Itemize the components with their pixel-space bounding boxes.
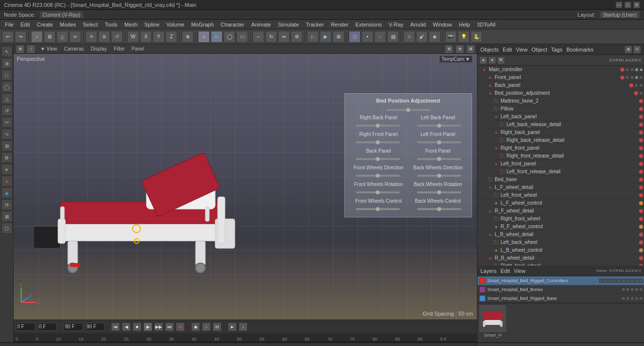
vp-icon2[interactable]: ↕ — [27, 45, 35, 53]
material-button[interactable]: ◈ — [429, 31, 441, 43]
vp-btn2[interactable]: ⊕ — [455, 45, 464, 53]
vp-panel[interactable]: Panel — [130, 46, 146, 52]
left-tool-10[interactable]: ⚙ — [1, 152, 12, 163]
move-button[interactable]: ✛ — [85, 31, 97, 43]
obj-lb-wheel-detail[interactable]: ▲ L_B_wheel_detail — [477, 231, 644, 239]
paint-button[interactable]: 🖌 — [416, 31, 428, 43]
start-frame-input[interactable] — [16, 323, 35, 331]
render-preview[interactable]: ▷ — [307, 31, 319, 43]
obj-render-main-controller[interactable] — [630, 68, 634, 72]
next-frame-button[interactable]: ▶▶ — [154, 322, 163, 331]
axis-button[interactable]: X — [140, 31, 152, 43]
rect-select-button[interactable]: ⊞ — [44, 31, 56, 43]
left-tool-5[interactable]: △ — [1, 93, 12, 104]
obj-right-back-panel[interactable]: ▲ Right_back_panel — [477, 129, 644, 136]
menu-arnold[interactable]: Arnold — [407, 21, 429, 28]
motion-button[interactable]: M — [213, 322, 222, 331]
obj-left-back-wheel[interactable]: ⬛ Left_back_wheel — [477, 239, 644, 246]
front-panel-slider[interactable] — [417, 158, 461, 160]
left-tool-14[interactable]: ⟳ — [1, 199, 12, 210]
layer-controllers[interactable]: Smart_Hospital_Bed_Rigged_Controllers — [477, 276, 644, 285]
vp-cameras[interactable]: Cameras — [62, 46, 86, 52]
menu-extensions[interactable]: Extensions — [352, 21, 385, 28]
menu-edit[interactable]: Edit — [18, 21, 33, 28]
back-wheels-dir-slider[interactable] — [417, 175, 461, 177]
key-button[interactable]: ◆ — [191, 322, 200, 331]
stop-button[interactable]: ■ — [133, 322, 141, 331]
add-object-button[interactable]: ⊕ — [182, 31, 194, 43]
obj-pillow[interactable]: ⬛ Pillow — [477, 105, 644, 113]
obj-lb-wheel-ctrl[interactable]: ▲ L_B_wheel_control — [477, 246, 644, 254]
right-front-panel-slider[interactable] — [356, 141, 400, 143]
menu-simulate[interactable]: Simulate — [275, 21, 302, 28]
om-tool2[interactable]: ▼ — [488, 56, 496, 64]
left-tool-16[interactable]: ⬡ — [1, 223, 12, 234]
menu-render[interactable]: Render — [328, 21, 351, 28]
play-button[interactable]: ▶ — [143, 322, 152, 331]
right-back-panel-slider[interactable] — [356, 125, 400, 127]
menu-volume[interactable]: Volume — [164, 21, 188, 28]
viewport-3d[interactable]: Perspective TempCam:▼ — [14, 54, 477, 319]
nodespace-value[interactable]: Current (V-Ray) — [39, 11, 84, 19]
scale-tool2[interactable]: ⇔ — [278, 31, 290, 43]
layers-view-tab[interactable]: View — [514, 268, 526, 274]
menu-help[interactable]: Help — [456, 21, 473, 28]
z-axis-button[interactable]: Z — [166, 31, 177, 43]
layout-value[interactable]: Startup (User) — [599, 11, 640, 19]
poly-select-button[interactable]: △ — [56, 31, 68, 43]
obj-left-front-wheel[interactable]: ⬛ Left_front_wheel — [477, 191, 644, 199]
scale-button[interactable]: ⊕ — [98, 31, 110, 43]
menu-modes[interactable]: Modes — [57, 21, 79, 28]
obj-lf-wheel-ctrl[interactable]: ▲ L_F_wheel_control — [477, 199, 644, 207]
obj-right-back-wheel[interactable]: ⬛ Right_back_wheel — [477, 262, 644, 266]
obj-main-controller[interactable]: ▲ Main_controller ◈ — [477, 66, 644, 74]
om-edit-tab[interactable]: Edit — [503, 47, 512, 53]
obj-lfr-detail[interactable]: ⬛ Left_front_release_detail — [477, 168, 644, 176]
layers-edit-tab[interactable]: Edit — [501, 268, 510, 274]
undo-button[interactable]: ↩ — [2, 31, 14, 43]
obj-right-front-wheel[interactable]: ⬛ Right_front_wheel — [477, 215, 644, 223]
menu-window[interactable]: Window — [430, 21, 455, 28]
y-axis-button[interactable]: Y — [153, 31, 165, 43]
menu-tools[interactable]: Tools — [102, 21, 120, 28]
skip-end-button[interactable]: ⏭ — [165, 322, 174, 331]
light-button[interactable]: 💡 — [458, 31, 470, 43]
obj-lf-wheel-detail[interactable]: ▲ L_F_wheel_detail — [477, 184, 644, 191]
camera-button[interactable]: 📷 — [445, 31, 457, 43]
om-objects-tab[interactable]: Objects — [480, 47, 499, 53]
render-full[interactable]: ▶ — [320, 31, 332, 43]
cube-button[interactable]: □ — [211, 31, 223, 43]
audio-button[interactable]: ♪ — [239, 322, 248, 331]
menu-mesh[interactable]: Mesh — [121, 21, 140, 28]
sphere-button[interactable]: ◯ — [224, 31, 235, 43]
menu-spline[interactable]: Spline — [141, 21, 163, 28]
obj-bed-pos-adj[interactable]: ▲ Bed_position_adjustment — [477, 89, 644, 97]
front-wheels-dir-slider[interactable] — [356, 175, 400, 177]
om-bookmarks-tab[interactable]: Bookmarks — [566, 47, 593, 53]
left-tool-3[interactable]: □ — [1, 70, 12, 80]
obj-left-back-panel[interactable]: ▲ Left_back_panel — [477, 113, 644, 121]
obj-rbr-detail[interactable]: ⬛ Right_back_release_detail — [477, 136, 644, 144]
left-tool-9[interactable]: ⊞ — [1, 140, 12, 151]
tempcam-label[interactable]: TempCam:▼ — [440, 56, 472, 62]
auto-key-button[interactable]: A — [202, 322, 211, 331]
vp-filter[interactable]: Filter — [112, 46, 127, 52]
move-tool2[interactable]: ↔ — [252, 31, 264, 43]
obj-bed-base[interactable]: ⬛ Bed_base — [477, 176, 644, 184]
null-button[interactable]: ○ — [198, 31, 210, 43]
minimize-button[interactable]: — — [616, 1, 622, 8]
snap-button[interactable]: ⊹ — [403, 31, 415, 43]
back-wheels-ctrl-slider[interactable] — [417, 208, 461, 210]
left-tool-13[interactable]: ◆ — [1, 187, 12, 198]
front-wheels-ctrl-slider[interactable] — [356, 208, 400, 210]
left-tool-1[interactable]: ↖ — [1, 46, 12, 57]
points-mode[interactable]: • — [362, 31, 373, 43]
om-view-tab[interactable]: View — [516, 47, 528, 53]
menu-select[interactable]: Select — [80, 21, 101, 28]
skip-start-button[interactable]: ⏮ — [111, 322, 120, 331]
coord-system-button[interactable]: W — [127, 31, 139, 43]
vp-btn3[interactable]: ⊠ — [466, 45, 475, 53]
left-tool-11[interactable]: ★ — [1, 164, 12, 175]
obj-lbr-detail[interactable]: ⬛ Left_back_release_detail — [477, 121, 644, 129]
vp-icon1[interactable]: ⊞ — [16, 45, 25, 53]
